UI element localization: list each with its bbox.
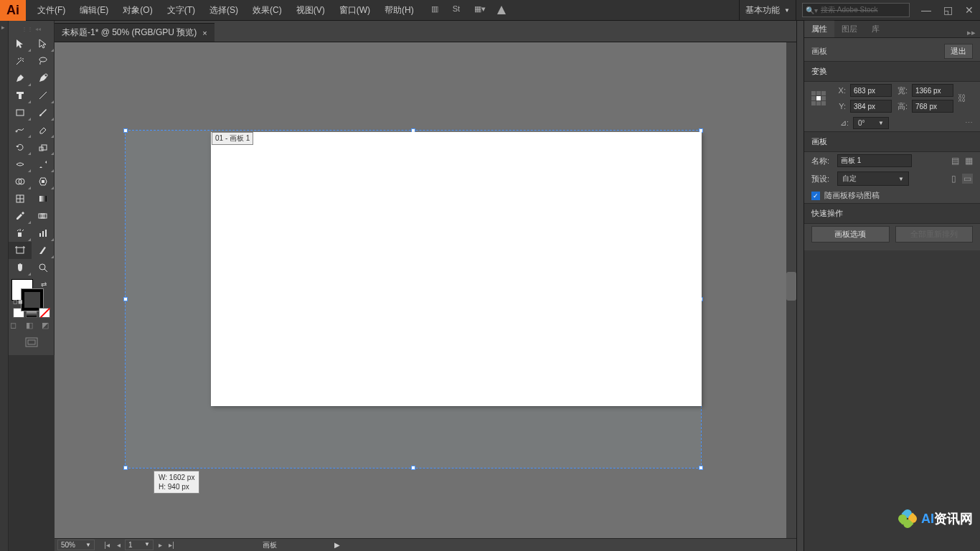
artboard-tool[interactable]: [9, 242, 32, 259]
rectangle-tool[interactable]: [9, 104, 32, 121]
gpu-icon[interactable]: [496, 4, 507, 16]
app-logo: Ai: [0, 0, 26, 21]
default-colors-icon[interactable]: ◻◼: [13, 298, 23, 305]
main-menu: 文件(F) 编辑(E) 对象(O) 文字(T) 选择(S) 效果(C) 视图(V…: [30, 0, 421, 21]
artboard-name-field[interactable]: [837, 154, 912, 167]
magic-wand-tool[interactable]: [9, 52, 32, 70]
next-artboard-button[interactable]: ▸: [155, 541, 165, 549]
zoom-tool[interactable]: [32, 259, 55, 276]
menu-file[interactable]: 文件(F): [30, 0, 72, 21]
draw-inside-icon[interactable]: ◩: [42, 321, 53, 331]
resize-handle[interactable]: [699, 466, 703, 470]
shaper-tool[interactable]: [9, 121, 32, 138]
symbol-sprayer-tool[interactable]: [9, 225, 32, 242]
x-field[interactable]: [850, 84, 892, 97]
bridge-icon[interactable]: ▥: [431, 4, 443, 16]
close-button[interactable]: ✕: [958, 0, 980, 21]
free-transform-tool[interactable]: [32, 156, 55, 173]
eraser-tool[interactable]: [32, 121, 55, 138]
draw-normal-icon[interactable]: ◻: [10, 321, 22, 331]
blend-tool[interactable]: [32, 207, 55, 225]
artboard[interactable]: [211, 132, 702, 406]
swap-colors-icon[interactable]: ⇄: [41, 281, 47, 288]
maximize-button[interactable]: ◱: [937, 0, 958, 21]
reference-point-selector[interactable]: [811, 91, 826, 105]
move-artwork-checkbox[interactable]: ✓: [811, 192, 820, 200]
prev-artboard-button[interactable]: ◂: [113, 541, 123, 549]
live-paint-tool[interactable]: [32, 173, 55, 190]
width-field[interactable]: [912, 84, 953, 97]
toolbox-grip[interactable]: ⋮⋮ ◂◂: [9, 22, 54, 35]
width-tool[interactable]: [9, 156, 32, 173]
hand-tool[interactable]: [9, 259, 32, 276]
line-tool[interactable]: [32, 87, 55, 104]
resize-handle[interactable]: [411, 466, 415, 470]
menu-help[interactable]: 帮助(H): [377, 0, 421, 21]
artboards-panel-icon[interactable]: ▤: [951, 156, 959, 166]
menu-effect[interactable]: 效果(C): [245, 0, 289, 21]
last-artboard-button[interactable]: ▸|: [166, 541, 176, 549]
right-dock-strip[interactable]: [796, 21, 804, 551]
tab-libraries[interactable]: 库: [864, 21, 887, 37]
orientation-portrait-icon[interactable]: ▯: [951, 174, 956, 184]
scale-tool[interactable]: [32, 138, 55, 156]
resize-handle[interactable]: [123, 466, 128, 470]
slice-tool[interactable]: [32, 242, 55, 259]
menu-window[interactable]: 窗口(W): [332, 0, 377, 21]
close-tab-icon[interactable]: ×: [202, 29, 207, 37]
rearrange-all-button[interactable]: 全部重新排列: [895, 226, 974, 242]
search-input[interactable]: 🔍▾搜索 Adobe Stock: [802, 3, 910, 17]
canvas[interactable]: 01 - 画板 1 W: 1602 px H: 940 px: [55, 42, 796, 538]
document-tab[interactable]: 未标题-1* @ 50% (RGB/GPU 预览) ×: [55, 23, 215, 42]
draw-behind-icon[interactable]: ◧: [26, 321, 37, 331]
orientation-landscape-icon[interactable]: ▭: [962, 174, 973, 184]
gradient-tool[interactable]: [32, 190, 55, 207]
curvature-tool[interactable]: [32, 70, 55, 87]
color-mode-none[interactable]: [39, 308, 50, 318]
menu-object[interactable]: 对象(O): [116, 0, 159, 21]
artboard-options-icon[interactable]: ▦: [965, 156, 973, 166]
lasso-tool[interactable]: [32, 52, 55, 70]
preset-dropdown[interactable]: 自定▼: [837, 171, 909, 186]
link-dimensions-icon[interactable]: ⛓: [958, 93, 966, 103]
left-dock-strip[interactable]: ▸: [0, 21, 9, 551]
selection-tool[interactable]: [9, 35, 32, 52]
status-menu-arrow[interactable]: ▶: [334, 541, 340, 549]
zoom-combo[interactable]: 50%▼: [57, 540, 95, 550]
artboard-label[interactable]: 01 - 画板 1: [212, 132, 253, 145]
artboard-number-combo[interactable]: 1▼: [125, 540, 154, 550]
panel-collapse-icon[interactable]: ▸▸: [963, 28, 980, 37]
first-artboard-button[interactable]: |◂: [102, 541, 112, 549]
direct-selection-tool[interactable]: [32, 35, 55, 52]
pen-tool[interactable]: [9, 70, 32, 87]
tab-properties[interactable]: 属性: [804, 20, 834, 37]
menu-view[interactable]: 视图(V): [289, 0, 332, 21]
y-field[interactable]: [850, 100, 892, 113]
resize-handle[interactable]: [123, 297, 128, 301]
scrollbar-thumb[interactable]: [786, 272, 796, 301]
menu-edit[interactable]: 编辑(E): [72, 0, 116, 21]
color-swatches[interactable]: ⇄ ◻◼: [11, 279, 51, 305]
menu-type[interactable]: 文字(T): [160, 0, 202, 21]
arrange-icon[interactable]: ▦▾: [474, 4, 486, 16]
angle-field[interactable]: 0°▼: [853, 117, 889, 129]
paintbrush-tool[interactable]: [32, 104, 55, 121]
stock-icon[interactable]: St: [453, 4, 464, 16]
menu-select[interactable]: 选择(S): [202, 0, 245, 21]
more-options-icon[interactable]: ⋯: [965, 118, 973, 128]
artboard-options-button[interactable]: 画板选项: [811, 226, 890, 242]
exit-artboard-button[interactable]: 退出: [944, 44, 973, 59]
eyedropper-tool[interactable]: [9, 207, 32, 225]
vertical-scrollbar[interactable]: [786, 42, 796, 538]
mesh-tool[interactable]: [9, 190, 32, 207]
screen-mode-icon[interactable]: [9, 336, 54, 348]
tab-layers[interactable]: 图层: [834, 21, 864, 37]
height-field[interactable]: [912, 100, 953, 113]
workspace-switcher[interactable]: 基本功能▼: [739, 0, 796, 20]
type-tool[interactable]: [9, 87, 32, 104]
minimize-button[interactable]: —: [915, 0, 937, 21]
shape-builder-tool[interactable]: [9, 173, 32, 190]
column-graph-tool[interactable]: [32, 225, 55, 242]
rotate-tool[interactable]: [9, 138, 32, 156]
resize-handle[interactable]: [123, 128, 128, 133]
